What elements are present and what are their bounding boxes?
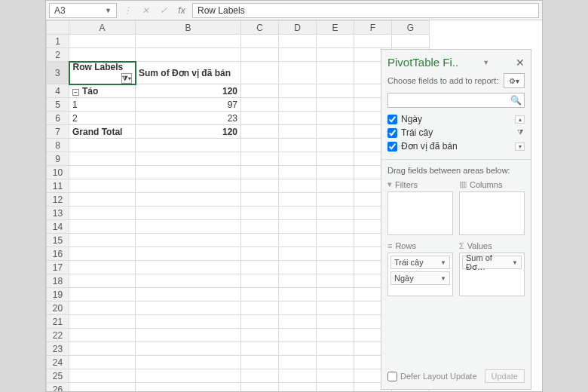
cell[interactable]: [241, 98, 279, 112]
chevron-down-icon[interactable]: ▼: [482, 59, 489, 66]
cell[interactable]: [317, 261, 354, 274]
cell[interactable]: [279, 62, 317, 84]
scroll-down-icon[interactable]: ▾: [515, 142, 525, 151]
cell[interactable]: [317, 193, 354, 207]
cell[interactable]: [317, 234, 354, 247]
field-checkbox[interactable]: [387, 142, 397, 152]
row-header[interactable]: 26: [47, 383, 69, 392]
cell[interactable]: [69, 220, 136, 234]
cell[interactable]: [69, 234, 136, 247]
col-header-G[interactable]: G: [392, 21, 430, 35]
cell[interactable]: [69, 302, 136, 315]
cell[interactable]: [279, 152, 317, 166]
row-header[interactable]: 10: [47, 166, 69, 179]
cell[interactable]: [136, 288, 241, 302]
cell[interactable]: [241, 288, 279, 302]
cell[interactable]: [354, 35, 392, 48]
cell[interactable]: [241, 166, 279, 179]
cell[interactable]: [392, 35, 430, 48]
cell[interactable]: [136, 207, 241, 220]
cell[interactable]: 1: [69, 98, 136, 112]
cell[interactable]: Grand Total: [69, 125, 136, 139]
cell[interactable]: [136, 356, 241, 369]
col-header-E[interactable]: E: [317, 21, 354, 35]
cell[interactable]: [317, 152, 354, 166]
row-header[interactable]: 13: [47, 207, 69, 220]
row-header[interactable]: 1: [47, 35, 69, 48]
cell[interactable]: [136, 193, 241, 207]
cell[interactable]: [241, 112, 279, 125]
columns-dropzone[interactable]: [459, 191, 525, 235]
cell[interactable]: [279, 383, 317, 392]
cell[interactable]: [317, 329, 354, 342]
cell[interactable]: [69, 179, 136, 193]
cell[interactable]: [241, 234, 279, 247]
cell[interactable]: [136, 48, 241, 62]
cell[interactable]: [279, 166, 317, 179]
cell[interactable]: 120: [136, 84, 241, 98]
row-header[interactable]: 25: [47, 369, 69, 383]
cell[interactable]: [69, 48, 136, 62]
row-header[interactable]: 20: [47, 302, 69, 315]
formula-input[interactable]: Row Labels: [192, 3, 539, 18]
row-header[interactable]: 6: [47, 112, 69, 125]
cell[interactable]: 120: [136, 125, 241, 139]
row-header[interactable]: 15: [47, 234, 69, 247]
cell[interactable]: [317, 315, 354, 329]
cell[interactable]: [69, 35, 136, 48]
row-header[interactable]: 5: [47, 98, 69, 112]
cell[interactable]: [317, 98, 354, 112]
cell[interactable]: [317, 112, 354, 125]
field-row[interactable]: Đơn vị đã bán ▾: [387, 139, 525, 153]
cell[interactable]: [279, 261, 317, 274]
cell[interactable]: 2: [69, 112, 136, 125]
row-header[interactable]: 7: [47, 125, 69, 139]
cell[interactable]: [241, 356, 279, 369]
cell[interactable]: [279, 342, 317, 356]
cell[interactable]: [241, 207, 279, 220]
cell[interactable]: [241, 48, 279, 62]
cell[interactable]: [136, 342, 241, 356]
cell[interactable]: [241, 35, 279, 48]
cell[interactable]: [317, 288, 354, 302]
cell[interactable]: [279, 112, 317, 125]
cell[interactable]: [69, 329, 136, 342]
row-header[interactable]: 18: [47, 274, 69, 288]
cell[interactable]: Row Labels⧩▾: [69, 62, 136, 84]
row-header[interactable]: 4: [47, 84, 69, 98]
cell[interactable]: [69, 247, 136, 261]
cell[interactable]: [69, 383, 136, 392]
cell[interactable]: [279, 193, 317, 207]
col-header-C[interactable]: C: [241, 21, 279, 35]
row-header[interactable]: 17: [47, 261, 69, 274]
field-chip[interactable]: Ngày▼: [390, 271, 450, 285]
cell[interactable]: [241, 302, 279, 315]
row-header[interactable]: 24: [47, 356, 69, 369]
row-header[interactable]: 12: [47, 193, 69, 207]
cell[interactable]: [317, 383, 354, 392]
cell[interactable]: [317, 302, 354, 315]
cell[interactable]: [241, 274, 279, 288]
cell[interactable]: [69, 369, 136, 383]
cell[interactable]: [69, 166, 136, 179]
cell[interactable]: [317, 342, 354, 356]
row-header[interactable]: 16: [47, 247, 69, 261]
cell[interactable]: [241, 84, 279, 98]
cell[interactable]: [136, 261, 241, 274]
cell[interactable]: Sum of Đơn vị đã bán: [136, 62, 241, 84]
cell[interactable]: [136, 383, 241, 392]
row-header[interactable]: 9: [47, 152, 69, 166]
cell[interactable]: [279, 315, 317, 329]
defer-update-checkbox[interactable]: Defer Layout Update: [387, 372, 477, 381]
cell[interactable]: [136, 329, 241, 342]
cell[interactable]: [241, 261, 279, 274]
cell[interactable]: [279, 35, 317, 48]
cell[interactable]: [317, 207, 354, 220]
row-header[interactable]: 2: [47, 48, 69, 62]
cell[interactable]: [279, 356, 317, 369]
select-all-corner[interactable]: [47, 21, 69, 35]
cell[interactable]: [69, 207, 136, 220]
cell[interactable]: [136, 302, 241, 315]
cell[interactable]: [317, 125, 354, 139]
cell[interactable]: [241, 139, 279, 152]
